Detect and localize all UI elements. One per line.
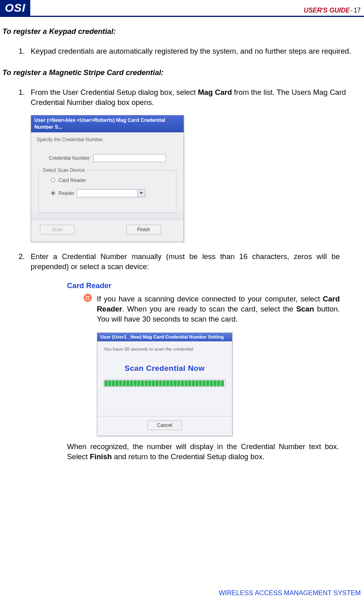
footer-label: WIRELESS ACCESS MANAGEMENT SYSTEM: [219, 589, 361, 597]
dialog-titlebar: User (User1 _New) Mag Card Credential Nu…: [97, 333, 232, 342]
radio-icon: [51, 178, 55, 182]
text: . When you are ready to scan the card, s…: [122, 305, 296, 313]
finish-button[interactable]: Finish: [126, 225, 161, 234]
credential-number-dialog: User (<New>Alex <User>Roberts) Mag Card …: [31, 115, 184, 242]
page-content: To register a Keypad credential: 1. Keyp…: [0, 17, 364, 462]
radio-reader[interactable]: Reader: [51, 189, 172, 197]
credential-number-input[interactable]: [93, 154, 166, 162]
list-number: 1.: [19, 88, 31, 108]
cancel-button[interactable]: Cancel: [147, 420, 182, 430]
list-text: Enter a Credential Number manually (must…: [31, 252, 362, 272]
text: From the User Credential Setup dialog bo…: [31, 88, 198, 96]
guide-label: USER'S GUIDE: [304, 7, 350, 14]
dialog-titlebar: User (<New>Alex <User>Roberts) Mag Card …: [31, 115, 184, 132]
text-bold: Mag Card: [198, 88, 232, 96]
scan-button[interactable]: Scan: [40, 225, 75, 234]
logo: OSI: [0, 0, 30, 16]
credential-number-label: Credential Number:: [49, 155, 93, 161]
list-item: 1. Keypad credentials are automatically …: [19, 46, 362, 56]
list-text: From the User Credential Setup dialog bo…: [31, 88, 362, 108]
scan-device-group: Select Scan Device Card Reader Reader: [38, 170, 176, 213]
list-number: 1.: [19, 46, 31, 56]
text: If you have a scanning device connected …: [97, 295, 323, 303]
scan-credential-dialog: User (User1 _New) Mag Card Credential Nu…: [97, 332, 232, 437]
chevron-down-icon: [140, 192, 143, 194]
text-bold: Scan: [296, 305, 314, 313]
list-text: Keypad credentials are automatically reg…: [31, 46, 362, 56]
radio-label: Card Reader: [59, 177, 86, 184]
progress-bar: [104, 380, 226, 387]
list-number: 2.: [19, 252, 31, 272]
page-header: OSI USER'S GUIDE - 17: [0, 0, 364, 17]
scan-now-label: Scan Credential Now: [104, 363, 226, 374]
card-reader-heading: Card Reader: [67, 281, 362, 291]
header-right: USER'S GUIDE - 17: [304, 0, 364, 16]
bullet-text: If you have a scanning device connected …: [97, 294, 362, 324]
text-bold: Finish: [90, 452, 112, 461]
dialog-instruction: Specify the Credential Number.: [37, 136, 178, 143]
group-legend: Select Scan Device: [41, 167, 86, 174]
paragraph: When recognized, the number will display…: [67, 442, 362, 462]
radio-card-reader[interactable]: Card Reader: [51, 177, 172, 184]
text: and return to the Credential Setup dialo…: [112, 452, 264, 461]
page-sep: -: [351, 7, 353, 14]
section-magstripe-heading: To register a Magnetic Stripe Card crede…: [2, 68, 362, 78]
list-item: 1. From the User Credential Setup dialog…: [19, 88, 362, 108]
radio-label: Reader: [59, 190, 74, 197]
bullet-item: ♉ If you have a scanning device connecte…: [83, 294, 362, 324]
section-keypad-heading: To register a Keypad credential:: [2, 27, 362, 37]
bullet-icon: ♉: [83, 294, 97, 324]
page-number: 17: [354, 7, 361, 14]
list-item: 2. Enter a Credential Number manually (m…: [19, 252, 362, 272]
radio-icon: [51, 191, 55, 195]
reader-select[interactable]: [77, 189, 145, 197]
dialog-instruction: You have 30 seconds to scan the credenti…: [104, 346, 226, 353]
